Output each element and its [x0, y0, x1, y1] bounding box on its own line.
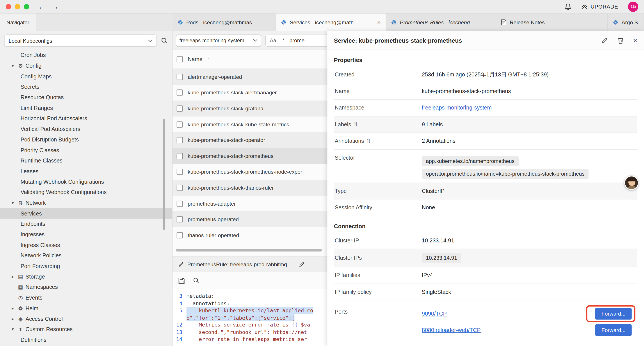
sidebar-item-limit-ranges[interactable]: Limit Ranges [0, 103, 172, 113]
sidebar-item-namespaces[interactable]: ▦ Namespaces [0, 282, 172, 292]
tab-argo[interactable]: ☸ Argo S [608, 13, 644, 31]
sidebar-item-horizontal-pod-autoscalers[interactable]: Horizontal Pod Autoscalers [0, 113, 172, 124]
sidebar-item-services[interactable]: Services [0, 208, 172, 219]
notifications-bell-icon[interactable] [565, 3, 571, 10]
forward-port-button[interactable]: Forward... [595, 308, 632, 319]
row-checkbox[interactable] [177, 216, 183, 223]
back-button[interactable]: ← [38, 3, 45, 10]
sidebar-item-ingress-classes[interactable]: Ingress Classes [0, 240, 172, 250]
sidebar-item-validating-webhook-configurations[interactable]: Validating Webhook Configurations [0, 187, 172, 198]
sidebar-item-mutating-webhook-configurations[interactable]: Mutating Webhook Configurations [0, 177, 172, 187]
sidebar-item-events[interactable]: ◷ Events [0, 293, 172, 303]
sidebar-item-storage[interactable]: ▸ ▤ Storage [0, 271, 172, 282]
notification-count-badge[interactable]: 15 [628, 1, 638, 12]
forward-button[interactable]: → [52, 3, 59, 10]
sidebar-item-config[interactable]: ▾ ⚙ Config [0, 61, 172, 71]
row-checkbox[interactable] [177, 121, 183, 127]
sidebar-item-runtime-classes[interactable]: Runtime Classes [0, 155, 172, 166]
row-checkbox[interactable] [177, 153, 183, 159]
chevron-down-icon [148, 39, 152, 42]
namespace-filter-select[interactable]: freeleaps-monitoring-system [176, 34, 261, 46]
detail-row-ip-family-policy: IP family policy SingleStack [334, 284, 638, 301]
minimize-window-button[interactable] [15, 4, 20, 9]
detail-row-created: Created 253d 16h 6m ago (2025年1月13日 GMT+… [334, 66, 638, 83]
port-link-8080[interactable]: 8080:reloader-web/TCP [422, 327, 481, 333]
sidebar-item-ingresses[interactable]: Ingresses [0, 229, 172, 240]
horizontal-scrollbar[interactable] [176, 249, 322, 251]
navigator-panel-tab[interactable]: Navigator [0, 13, 36, 31]
kubernetes-icon: ☸ [281, 19, 286, 25]
detail-row-labels: Labels ⇅ 9 Labels [334, 116, 638, 133]
row-checkbox[interactable] [177, 185, 183, 191]
detail-row-ports: Ports 9090/TCP Forward... 8080:reloader-… [334, 301, 638, 341]
events-icon: ◷ [16, 295, 24, 301]
detail-row-annotations: Annotations ⇅ 2 Annotations [334, 133, 638, 150]
sidebar-item-custom-resources[interactable]: ▾ ∗ Custom Resources [0, 324, 172, 335]
regex-toggle[interactable]: .* [281, 37, 284, 43]
row-checkbox[interactable] [177, 106, 183, 112]
drawer-title: Service: kube-prometheus-stack-prometheu… [334, 37, 462, 44]
row-checkbox[interactable] [177, 90, 183, 96]
sidebar-item-leases[interactable]: Leases [0, 166, 172, 177]
sidebar-scrollbar[interactable] [163, 119, 165, 230]
delete-icon[interactable] [617, 37, 624, 44]
tab-prometheus-rules[interactable]: ☸ Prometheus Rules - icecheng... [386, 13, 496, 31]
tab-pods[interactable]: ☸ Pods - icecheng@mathmas... [172, 13, 276, 31]
sidebar-item-secrets[interactable]: Secrets [0, 82, 172, 92]
sidebar-item-helm[interactable]: ▸ ☸ Helm [0, 303, 172, 314]
sidebar-item-network-policies[interactable]: Network Policies [0, 250, 172, 261]
sidebar-item-priority-classes[interactable]: Priority Classes [0, 145, 172, 155]
save-icon[interactable] [178, 278, 185, 284]
document-icon [501, 19, 506, 25]
service-details-drawer: Service: kube-prometheus-stack-prometheu… [327, 31, 644, 346]
close-tab-icon[interactable]: × [374, 19, 381, 26]
name-column-header[interactable]: Name [188, 56, 202, 62]
sidebar-item-resource-quotas[interactable]: Resource Quotas [0, 92, 172, 103]
chevron-right-icon: ▸ [9, 274, 16, 279]
port-link-9090[interactable]: 9090/TCP [422, 310, 447, 317]
search-query-text: prome [289, 37, 304, 43]
namespace-link[interactable]: freeleaps-monitoring-system [422, 105, 492, 111]
window-controls [6, 4, 29, 9]
sidebar-search-icon[interactable] [161, 37, 168, 44]
sidebar-item-access-control[interactable]: ▸ ◈ Access Control [0, 314, 172, 324]
row-checkbox[interactable] [177, 200, 183, 207]
sidebar-item-definitions[interactable]: Definitions [0, 335, 172, 345]
selector-chip: app.kubernetes.io/name=prometheus [422, 156, 518, 166]
match-case-toggle[interactable]: Aa [270, 37, 276, 43]
expand-labels-icon[interactable]: ⇅ [354, 122, 358, 127]
sidebar-item-endpoints[interactable]: Endpoints [0, 219, 172, 229]
sidebar-item-config-maps[interactable]: Config Maps [0, 71, 172, 82]
maximize-window-button[interactable] [24, 4, 29, 9]
sidebar-item-network[interactable]: ▾ ⇅ Network [0, 198, 172, 208]
row-checkbox[interactable] [177, 169, 183, 175]
tab-bar: Navigator ☸ Pods - icecheng@mathmas... ☸… [0, 13, 644, 31]
editor-search-icon[interactable] [193, 278, 200, 284]
kubeconfig-selector[interactable]: Local Kubeconfigs [4, 34, 157, 47]
cluster-ip-chip: 10.233.14.91 [422, 253, 461, 263]
sidebar-item-pod-disruption-budgets[interactable]: Pod Disruption Budgets [0, 134, 172, 145]
tab-services[interactable]: ☸ Services - icecheng@math... × [276, 13, 386, 31]
sidebar-item-vertical-pod-autoscalers[interactable]: Vertical Pod Autoscalers [0, 124, 172, 134]
dock-tab-prometheusrule[interactable]: PrometheusRule: freeleaps-prod-rabbitmq [172, 256, 293, 272]
section-title-properties: Properties [334, 50, 638, 66]
selector-chip: operator.prometheus.io/name=kube-prometh… [422, 168, 588, 179]
expand-annotations-icon[interactable]: ⇅ [366, 138, 371, 144]
user-avatar[interactable] [624, 176, 639, 190]
upgrade-button[interactable]: UPGRADE [581, 3, 618, 10]
navigator-tree: Cron Jobs ▾ ⚙ Config Config Maps Secrets… [0, 50, 172, 346]
network-icon: ⇅ [16, 200, 24, 206]
close-window-button[interactable] [6, 4, 11, 9]
close-drawer-icon[interactable]: × [633, 36, 638, 44]
row-checkbox[interactable] [177, 232, 183, 238]
row-checkbox[interactable] [177, 137, 183, 143]
sidebar-item-port-forwarding[interactable]: Port Forwarding [0, 261, 172, 271]
row-checkbox[interactable] [177, 74, 183, 80]
select-all-checkbox[interactable] [177, 56, 183, 62]
edit-icon[interactable] [601, 37, 608, 44]
window-titlebar: ← → UPGRADE 15 [0, 0, 644, 13]
sidebar-item-cron-jobs[interactable]: Cron Jobs [0, 50, 172, 61]
forward-port-button[interactable]: Forward... [595, 324, 632, 336]
tab-release-notes[interactable]: Release Notes [496, 13, 608, 31]
sort-ascending-icon[interactable]: ^ [207, 57, 209, 61]
